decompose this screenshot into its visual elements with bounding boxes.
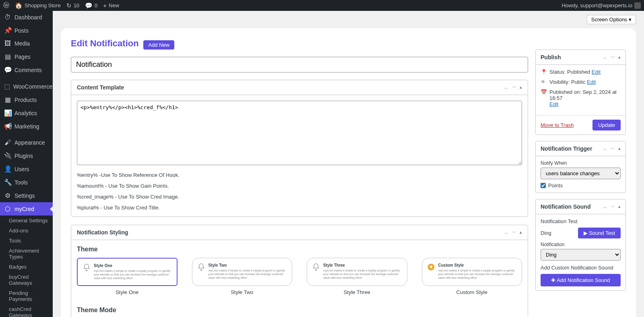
notification-title-input[interactable] [71, 57, 528, 73]
sidebar-item-plugins[interactable]: 🔌Plugins [0, 149, 53, 162]
chevron-down-icon[interactable]: ﹀ [611, 204, 615, 210]
edit-status-link[interactable]: Edit [592, 69, 601, 75]
caret-up-icon[interactable]: ▴ [618, 54, 621, 60]
submenu-item-tools[interactable]: Tools [5, 236, 53, 246]
chevron-down-icon[interactable]: ﹀ [611, 54, 615, 60]
theme-mode-heading: Theme Mode [77, 307, 522, 314]
theme-card-custom-style[interactable]: Custom StylemyCred makes it simple to cr… [422, 258, 522, 286]
content-template-textarea[interactable]: <p>%entry%</p><h1>%cred_f%</h1> [77, 101, 522, 165]
sidebar-item-dashboard[interactable]: ⏱Dashboard [0, 11, 53, 24]
theme-card-style-one[interactable]: Style OnemyCred makes it simple to creat… [77, 258, 178, 286]
chevron-up-icon[interactable]: ︿ [504, 85, 509, 91]
submenu-item-general-settings[interactable]: General Settings [5, 215, 53, 226]
comments-link[interactable]: 💬0 [85, 2, 97, 9]
caret-up-icon[interactable]: ▴ [618, 204, 621, 210]
chevron-down-icon[interactable]: ﹀ [512, 85, 516, 91]
theme-card-style-three[interactable]: Style ThreemyCred makes it simple to cre… [307, 258, 407, 286]
add-new-button[interactable]: Add New [143, 40, 174, 50]
sidebar-item-tools[interactable]: 🔧Tools [0, 176, 53, 189]
sidebar-item-posts[interactable]: 📌Posts [0, 24, 53, 37]
content-template-box: Content Template ︿﹀▴ <p>%entry%</p><h1>%… [71, 80, 528, 217]
sidebar-item-mycred[interactable]: ⬡myCred [0, 202, 53, 215]
caret-up-icon[interactable]: ▴ [618, 146, 621, 152]
howdy-link[interactable]: Howdy, support@wpexperts.io [561, 2, 641, 9]
menu-icon: 💬 [4, 66, 11, 74]
bell-icon [197, 263, 205, 271]
submenu-item-achievement-types[interactable]: Achievement Types [5, 246, 53, 262]
content-template-heading: Content Template [77, 84, 504, 91]
sidebar-item-appearance[interactable]: 🖌Appearance [0, 136, 53, 149]
chevron-up-icon[interactable]: ︿ [603, 204, 607, 210]
wp-logo[interactable]: ⓦ [3, 2, 9, 9]
notification-trigger-box: Notification Trigger ︿﹀▴ Notify When use… [535, 141, 626, 193]
menu-icon: 🖾 [4, 40, 11, 47]
menu-icon: 🔌 [4, 152, 11, 160]
new-content-link[interactable]: +New [103, 2, 119, 9]
menu-icon: ▦ [4, 96, 11, 104]
site-link[interactable]: 🏠Shopping Store [15, 2, 61, 9]
chevron-up-icon[interactable]: ︿ [603, 146, 607, 152]
template-hint: %cred_image% - Use To Show Cred Image. [77, 194, 522, 200]
sound-test-button[interactable]: ▶ Sound Test [578, 228, 621, 238]
submenu-item-badges[interactable]: Badges [5, 262, 53, 272]
publish-box: Publish ︿﹀▴ 📍Status: Published Edit 👁Vis… [535, 50, 626, 135]
notification-sound-box: Notification Sound ︿﹀▴ Notification Test… [535, 199, 626, 291]
sound-heading: Notification Sound [541, 203, 603, 210]
updates-link[interactable]: ↻10 [66, 2, 79, 9]
edit-date-link[interactable]: Edit [549, 101, 558, 107]
sidebar-item-comments[interactable]: 💬Comments [0, 63, 53, 77]
sidebar-item-marketing[interactable]: 📢Marketing [0, 120, 53, 133]
bell-icon [312, 263, 320, 271]
submenu-item-buycred-gateways[interactable]: buyCred Gateways [5, 272, 53, 288]
sidebar-item-pages[interactable]: ▤Pages [0, 50, 53, 63]
menu-icon: ⬚ [4, 83, 10, 90]
caret-up-icon[interactable]: ▴ [520, 85, 522, 91]
template-hint: %plural% - Use To Show Cred Title. [77, 205, 522, 211]
submenu-item-cashcred-gateways[interactable]: cashCred Gateways [5, 304, 53, 317]
menu-icon: 👤 [4, 165, 11, 173]
menu-icon: ▤ [4, 53, 11, 60]
sidebar-item-products[interactable]: ▦Products [0, 93, 53, 106]
chevron-up-icon[interactable]: ︿ [504, 230, 509, 236]
submenu-item-add-ons[interactable]: Add-ons [5, 226, 53, 236]
pin-icon: 📍 [541, 69, 547, 75]
points-checkbox[interactable] [541, 183, 546, 188]
chevron-up-icon[interactable]: ︿ [603, 54, 607, 60]
admin-sidebar: ⏱Dashboard📌Posts🖾Media▤Pages💬Comments⬚Wo… [0, 11, 53, 317]
theme-label: Style One [77, 289, 178, 295]
theme-card-style-two[interactable]: Style TwomyCred makes it simple to creat… [192, 258, 293, 286]
notification-test-label: Notification Test [541, 218, 621, 224]
star-icon [427, 263, 435, 271]
admin-bar: ⓦ 🏠Shopping Store ↻10 💬0 +New Howdy, sup… [0, 0, 644, 11]
menu-icon: 📊 [4, 109, 11, 117]
template-hint: %amount% - Use To Show Gain Points. [77, 183, 522, 189]
menu-icon: 🔧 [4, 178, 11, 186]
page-title: Edit Notification [71, 38, 139, 48]
chevron-down-icon[interactable]: ﹀ [611, 146, 615, 152]
sidebar-item-media[interactable]: 🖾Media [0, 37, 53, 50]
menu-icon: ⏱ [4, 14, 11, 21]
menu-icon: 📢 [4, 122, 11, 130]
move-to-trash-link[interactable]: Move to Trash [541, 122, 574, 128]
menu-icon: ⚙ [4, 192, 11, 199]
sidebar-item-analytics[interactable]: 📊Analytics [0, 106, 53, 120]
add-notification-sound-button[interactable]: ✚ Add Notification Sound [541, 274, 621, 286]
notify-when-select[interactable]: users balance changes [541, 168, 621, 179]
caret-up-icon[interactable]: ▴ [520, 230, 522, 236]
submenu-item-pending-payments[interactable]: Pending Payments [5, 288, 53, 304]
trigger-heading: Notification Trigger [541, 145, 603, 152]
notification-sound-select[interactable]: Ding [541, 249, 621, 261]
update-button[interactable]: Update [592, 120, 621, 131]
menu-icon: 🖌 [4, 139, 11, 146]
edit-visibility-link[interactable]: Edit [587, 79, 596, 85]
notification-sound-label: Notification [541, 242, 621, 247]
sidebar-item-settings[interactable]: ⚙Settings [0, 189, 53, 202]
sidebar-item-woocommerce[interactable]: ⬚WooCommerce [0, 80, 53, 93]
screen-options-button[interactable]: Screen Options ▾ [587, 15, 636, 24]
sidebar-item-users[interactable]: 👤Users [0, 162, 53, 176]
points-label: Points [548, 182, 563, 189]
chevron-down-icon[interactable]: ﹀ [512, 230, 516, 236]
main-content: Screen Options ▾ Edit Notification Add N… [53, 11, 644, 317]
menu-icon: 📌 [4, 27, 11, 34]
notify-when-label: Notify When [541, 160, 621, 166]
